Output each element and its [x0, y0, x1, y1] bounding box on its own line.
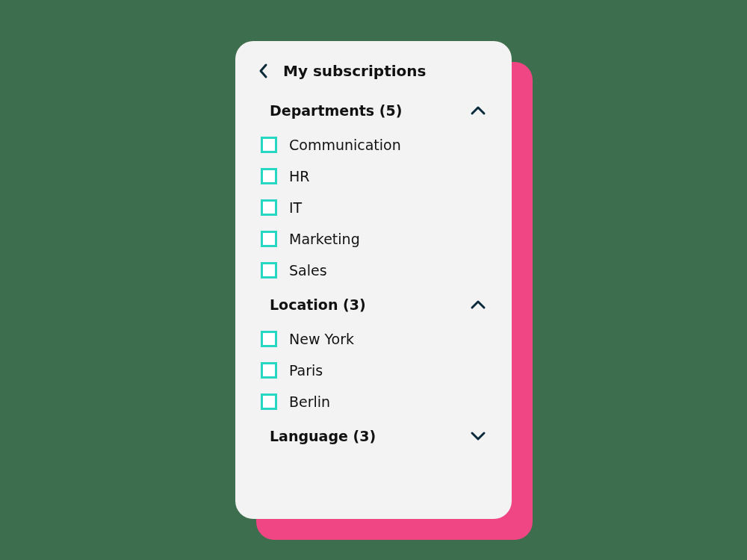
chevron-up-icon [470, 299, 486, 310]
section-header-departments[interactable]: Departments (5) [258, 98, 489, 123]
checkbox[interactable] [261, 137, 277, 153]
checkbox[interactable] [261, 262, 277, 279]
chevron-down-icon [470, 431, 486, 441]
item-label: HR [289, 168, 310, 184]
section-title: Language (3) [270, 428, 376, 444]
item-label: Communication [289, 137, 401, 153]
checkbox[interactable] [261, 331, 277, 347]
list-item: HR [258, 161, 489, 192]
item-label: IT [289, 199, 302, 216]
list-item: Paris [258, 355, 489, 386]
section-title: Departments (5) [270, 102, 402, 119]
checkbox[interactable] [261, 231, 277, 247]
item-label: Marketing [289, 231, 360, 247]
item-label: Paris [289, 362, 323, 379]
list-item: Communication [258, 129, 489, 161]
section-items-departments: Communication HR IT Marketing Sales [258, 129, 489, 286]
list-item: Sales [258, 255, 489, 286]
checkbox[interactable] [261, 199, 277, 216]
item-label: New York [289, 331, 354, 347]
list-item: IT [258, 192, 489, 223]
chevron-up-icon [470, 105, 486, 116]
page-title: My subscriptions [283, 62, 426, 80]
item-label: Sales [289, 262, 327, 279]
checkbox[interactable] [261, 362, 277, 379]
section-title: Location (3) [270, 296, 366, 313]
list-item: Marketing [258, 223, 489, 255]
panel-header: My subscriptions [258, 62, 489, 80]
item-label: Berlin [289, 393, 330, 410]
section-header-language[interactable]: Language (3) [258, 423, 489, 449]
checkbox[interactable] [261, 168, 277, 184]
back-icon[interactable] [258, 62, 270, 80]
section-header-location[interactable]: Location (3) [258, 292, 489, 317]
checkbox[interactable] [261, 393, 277, 410]
subscriptions-panel: My subscriptions Departments (5) Communi… [235, 41, 512, 519]
list-item: Berlin [258, 386, 489, 417]
section-items-location: New York Paris Berlin [258, 323, 489, 417]
list-item: New York [258, 323, 489, 355]
